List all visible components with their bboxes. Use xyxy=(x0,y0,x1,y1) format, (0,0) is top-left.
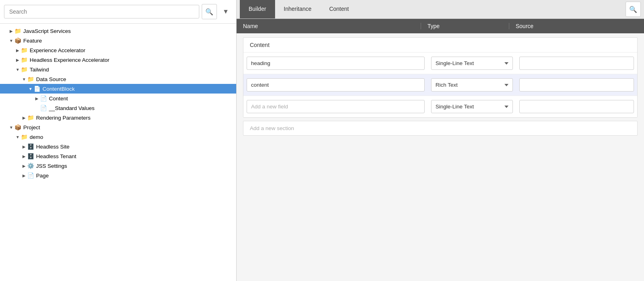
tree-label: Rendering Parameters xyxy=(36,115,91,121)
tree-arrow: ▼ xyxy=(27,87,34,91)
tree-arrow: ▶ xyxy=(8,29,14,33)
tree-label: __Standard Values xyxy=(49,105,95,111)
folder-icon: 📁 xyxy=(27,114,34,121)
tree-arrow: ▶ xyxy=(21,154,27,159)
search-button[interactable]: 🔍 xyxy=(202,4,217,19)
tree-label: JSS Settings xyxy=(36,163,67,169)
tree-arrow: ▶ xyxy=(21,164,27,168)
template-icon: 📄 xyxy=(34,86,41,92)
field-name-cell xyxy=(243,57,428,70)
tree-label: Page xyxy=(36,173,49,179)
tree-label: Headless Site xyxy=(36,144,69,150)
tree-arrow: ▼ xyxy=(14,135,21,139)
tree-item-standard-values[interactable]: ▶ 📄 __Standard Values xyxy=(0,103,236,113)
search-input[interactable] xyxy=(4,5,199,18)
field-type-cell: Single-Line Text Rich Text Multi-Line Te… xyxy=(428,100,516,113)
tree-item-tailwind[interactable]: ▼ 📁 Tailwind xyxy=(0,65,236,74)
left-panel: 🔍 ▼ ▶ 📁 JavaScript Services ▼ 📦 Feature … xyxy=(0,0,237,281)
field-name-cell xyxy=(243,100,428,113)
field-name-input-new[interactable] xyxy=(247,100,425,113)
tree-label: Content xyxy=(49,96,68,102)
tree-arrow: ▼ xyxy=(21,77,27,81)
content-section: Content Single-Line Text Rich Text Multi… xyxy=(243,37,638,118)
tree-label: ContentBlock xyxy=(43,86,75,92)
tree-arrow: ▶ xyxy=(14,58,21,62)
tree-item-headless-site[interactable]: ▶ 🗄️ Headless Site xyxy=(0,142,236,151)
feature-icon: 📦 xyxy=(14,37,21,44)
tree-arrow: ▶ xyxy=(14,48,21,53)
tree-item-headless-experience-accelerator[interactable]: ▶ 📁 Headless Experience Accelerator xyxy=(0,55,236,65)
folder-icon: 📁 xyxy=(21,47,28,53)
tree-item-content[interactable]: ▶ 📄 Content xyxy=(0,94,236,103)
field-source-cell xyxy=(516,57,637,70)
field-type-cell: Single-Line Text Rich Text Multi-Line Te… xyxy=(428,78,516,92)
tab-content[interactable]: Content xyxy=(320,0,358,18)
folder-icon: 📁 xyxy=(21,57,28,63)
tree-item-experience-accelerator[interactable]: ▶ 📁 Experience Accelerator xyxy=(0,45,236,55)
tab-search-button[interactable]: 🔍 xyxy=(626,2,641,17)
field-source-cell xyxy=(516,78,637,92)
tree-item-feature[interactable]: ▼ 📦 Feature xyxy=(0,36,236,45)
field-type-select-new[interactable]: Single-Line Text Rich Text Multi-Line Te… xyxy=(431,100,513,113)
right-panel: Builder Inheritance Content 🔍 Name Type … xyxy=(237,0,644,281)
doc-icon: 📄 xyxy=(27,172,34,179)
field-name-cell xyxy=(243,78,428,92)
field-row-new: Single-Line Text Rich Text Multi-Line Te… xyxy=(243,96,637,117)
gear-icon: ⚙️ xyxy=(27,163,34,169)
folder-icon: 📁 xyxy=(27,76,34,82)
feature-icon: 📦 xyxy=(14,124,21,130)
tab-builder[interactable]: Builder xyxy=(240,0,275,18)
tree-item-javascript-services[interactable]: ▶ 📁 JavaScript Services xyxy=(0,26,236,36)
tree-arrow: ▶ xyxy=(21,173,27,178)
tree-item-page[interactable]: ▶ 📄 Page xyxy=(0,171,236,180)
field-type-select-content[interactable]: Single-Line Text Rich Text Multi-Line Te… xyxy=(431,78,513,92)
doc-icon: 📄 xyxy=(40,105,47,111)
tree-arrow: ▼ xyxy=(8,39,14,43)
field-name-input-heading[interactable] xyxy=(247,57,425,70)
doc-box-icon: 🗄️ xyxy=(27,143,34,150)
tree-item-headless-tenant[interactable]: ▶ 🗄️ Headless Tenant xyxy=(0,151,236,161)
tree-item-rendering-parameters[interactable]: ▶ 📁 Rendering Parameters xyxy=(0,113,236,122)
tree-item-data-source[interactable]: ▼ 📁 Data Source xyxy=(0,74,236,84)
column-type: Type xyxy=(421,23,509,29)
tree-arrow: ▶ xyxy=(21,145,27,149)
tree-label: JavaScript Services xyxy=(23,28,71,34)
tree-label: Project xyxy=(23,124,40,130)
tree-item-project[interactable]: ▼ 📦 Project xyxy=(0,122,236,132)
tree-item-contentblock[interactable]: ▼ 📄 ContentBlock xyxy=(0,84,236,94)
tree-label: Headless Tenant xyxy=(36,153,76,159)
folder-icon: 📁 xyxy=(21,66,28,73)
table-header: Name Type Source xyxy=(237,19,644,33)
tree-label: Feature xyxy=(23,38,42,44)
field-row-content: Single-Line Text Rich Text Multi-Line Te… xyxy=(243,74,637,96)
column-name: Name xyxy=(237,23,421,29)
field-type-select-heading[interactable]: Single-Line Text Rich Text Multi-Line Te… xyxy=(431,57,513,70)
tree-label: demo xyxy=(30,134,43,140)
folder-icon: 📁 xyxy=(21,134,28,140)
tree-item-jss-settings[interactable]: ▶ ⚙️ JSS Settings xyxy=(0,161,236,171)
tree-arrow: ▼ xyxy=(14,67,21,72)
doc-icon: 📄 xyxy=(40,95,47,102)
content-area: Content Single-Line Text Rich Text Multi… xyxy=(237,33,644,281)
doc-box-icon: 🗄️ xyxy=(27,153,34,159)
tree-arrow: ▶ xyxy=(21,116,27,120)
field-source-input-heading[interactable] xyxy=(519,57,634,70)
tree-label: Headless Experience Accelerator xyxy=(30,57,109,63)
tabs-bar: Builder Inheritance Content 🔍 xyxy=(237,0,644,19)
tree-container: ▶ 📁 JavaScript Services ▼ 📦 Feature ▶ 📁 … xyxy=(0,24,236,281)
column-source: Source xyxy=(509,23,644,29)
tree-label: Tailwind xyxy=(30,67,49,73)
field-source-cell xyxy=(516,100,637,113)
field-row-heading: Single-Line Text Rich Text Multi-Line Te… xyxy=(243,53,637,74)
dropdown-button[interactable]: ▼ xyxy=(219,4,232,19)
field-source-input-new[interactable] xyxy=(519,100,634,113)
tab-inheritance[interactable]: Inheritance xyxy=(275,0,320,18)
field-name-input-content[interactable] xyxy=(247,78,425,92)
tree-arrow: ▼ xyxy=(8,125,14,130)
search-bar: 🔍 ▼ xyxy=(0,0,236,24)
field-type-cell: Single-Line Text Rich Text Multi-Line Te… xyxy=(428,57,516,70)
field-source-input-content[interactable] xyxy=(519,78,634,92)
tree-item-demo[interactable]: ▼ 📁 demo xyxy=(0,132,236,142)
add-section-row[interactable]: Add a new section xyxy=(243,121,638,136)
tree-arrow: ▶ xyxy=(34,96,40,101)
